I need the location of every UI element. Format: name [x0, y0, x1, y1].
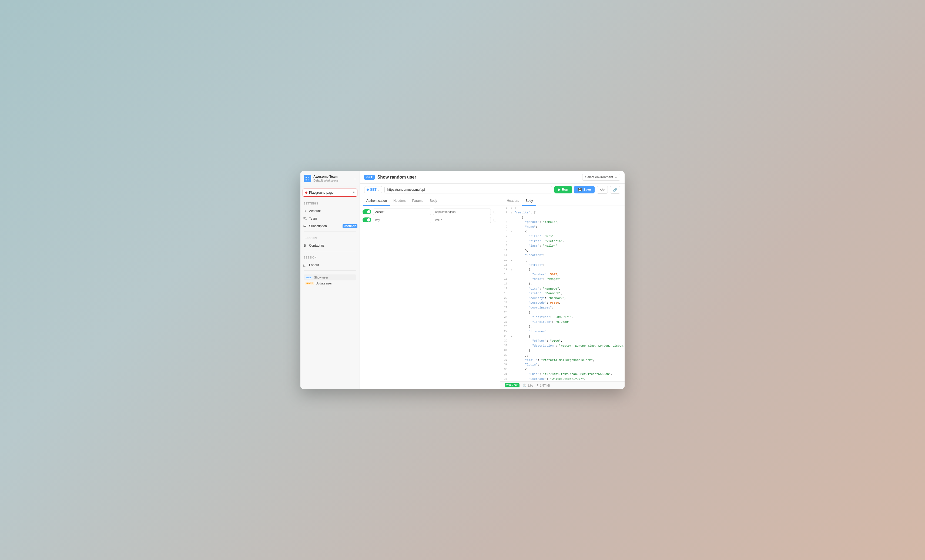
environment-selector[interactable]: Select environment ⌄ — [582, 174, 620, 181]
logout-icon: ⬚ — [303, 263, 307, 267]
workspace-header[interactable]: Awesome Team Default Workspace ⌄ — [300, 171, 360, 187]
sidebar-item-subscription[interactable]: 🏷 Subscription UPGRADE — [300, 222, 360, 230]
url-bar: GET ⌄ ▶ Run 💾 Save </> 🔗 — [360, 184, 625, 196]
code-line-16: 16 "name": "Vænget" — [500, 277, 625, 282]
code-line-15: 15 "number": 5027, — [500, 272, 625, 277]
header-delete-2[interactable]: ⊡ — [493, 217, 497, 222]
playground-label: Playground page — [309, 191, 351, 194]
method-chevron-icon: ⌄ — [378, 188, 380, 191]
link-button[interactable]: 🔗 — [610, 186, 620, 194]
sidebar-item-account[interactable]: ⊙ Account — [300, 207, 360, 215]
header-row-1: ⊡ — [363, 209, 497, 215]
svg-rect-2 — [306, 179, 307, 181]
account-label: Account — [309, 209, 321, 213]
header-delete-1[interactable]: ⊡ — [493, 209, 497, 214]
subscription-icon: 🏷 — [303, 224, 307, 228]
code-line-31: 31 } — [500, 348, 625, 353]
tab-headers[interactable]: Headers — [390, 196, 409, 206]
contact-label: Contact us — [309, 244, 324, 247]
response-tab-body[interactable]: Body — [522, 196, 536, 206]
code-line-5: 5 "name": — [500, 225, 625, 230]
code-line-24: 24 "latitude": "-39.3171", — [500, 315, 625, 320]
method-label: GET — [370, 188, 377, 191]
code-line-27: 27 "timezone": — [500, 329, 625, 334]
sidebar-item-team[interactable]: Team — [300, 215, 360, 222]
sidebar-item-logout[interactable]: ⬚ Logout — [300, 261, 360, 269]
playground-dot-icon — [305, 191, 307, 194]
code-line-12: 12 ∨ { — [500, 258, 625, 263]
contact-icon: ⊕ — [303, 243, 307, 248]
save-button[interactable]: 💾 Save — [574, 186, 595, 193]
code-line-2: 2 ∨ "results": [ — [500, 211, 625, 215]
code-area[interactable]: 1 ∨ { 2 ∨ "results": [ 3 { — [500, 206, 625, 382]
tab-authentication[interactable]: Authentication — [363, 196, 390, 206]
upgrade-badge[interactable]: UPGRADE — [342, 224, 357, 228]
header-value-2[interactable] — [433, 217, 491, 223]
svg-rect-1 — [308, 177, 309, 178]
response-tab-headers[interactable]: Headers — [503, 196, 522, 206]
code-line-10: 10 }, — [500, 248, 625, 253]
team-label: Team — [309, 217, 317, 220]
header-value-1[interactable] — [433, 209, 491, 215]
header-key-1[interactable] — [373, 209, 431, 215]
top-bar: GET Show random user Select environment … — [360, 171, 625, 184]
code-icon: </> — [600, 188, 605, 192]
workspace-subtitle: Default Workspace — [313, 179, 351, 182]
code-line-37: 37 "username": "whitebutterfly977", — [500, 377, 625, 382]
tab-body[interactable]: Body — [426, 196, 440, 206]
request-item-update-user[interactable]: POST Update user — [304, 280, 356, 286]
code-line-18: 18 "city": "Rønnede", — [500, 287, 625, 292]
app-window: Awesome Team Default Workspace ⌄ Playgro… — [300, 171, 625, 389]
response-panel: Headers Body 1 ∨ { 2 ∨ "results": [ — [500, 196, 625, 389]
main-content: GET Show random user Select environment … — [360, 171, 625, 389]
sidebar-item-contact[interactable]: ⊕ Contact us — [300, 242, 360, 249]
code-line-7: 7 "title": "Mrs", — [500, 234, 625, 239]
clock-icon: 🕐 — [523, 384, 527, 387]
svg-point-5 — [305, 217, 306, 218]
save-icon: 💾 — [578, 188, 582, 191]
code-line-22: 22 "coordinates": — [500, 306, 625, 310]
env-label: Select environment — [585, 175, 613, 179]
playground-page-item[interactable]: Playground page ↗ — [303, 188, 357, 197]
code-line-6: 6 ∨ { — [500, 229, 625, 234]
request-item-show-user[interactable]: GET Show user — [304, 274, 356, 280]
method-select[interactable]: GET ⌄ — [364, 186, 382, 193]
header-row-2: ⊡ — [363, 217, 497, 223]
play-icon: ▶ — [558, 188, 560, 191]
header-key-2[interactable] — [373, 217, 431, 223]
run-button[interactable]: ▶ Run — [554, 186, 572, 193]
logout-label: Logout — [309, 263, 319, 267]
code-line-33: 33 "email": "victoria.moller@example.com… — [500, 358, 625, 363]
code-line-34: 34 "login": — [500, 363, 625, 367]
method-dot-icon — [367, 188, 369, 191]
size-value: 1.57 kB — [540, 384, 550, 387]
save-label: Save — [583, 188, 591, 191]
chevron-down-icon: ⌄ — [354, 177, 356, 181]
session-section: Session — [300, 253, 360, 261]
request-update-user-label: Update user — [316, 282, 332, 285]
link-icon: 🔗 — [613, 188, 617, 192]
code-line-8: 8 "first": "Victoria", — [500, 239, 625, 244]
method-badge-get: GET — [364, 175, 375, 180]
size-icon: ⬆ — [536, 384, 539, 387]
code-line-36: 36 "uuid": "f9778fb1-fc9f-4bab-98ef-1fca… — [500, 372, 625, 377]
req-res-area: Authentication Headers Params Body ⊡ — [360, 196, 625, 389]
run-label: Run — [562, 188, 568, 191]
workspace-icon — [304, 175, 311, 182]
tab-params[interactable]: Params — [409, 196, 426, 206]
code-button[interactable]: </> — [597, 186, 608, 194]
workspace-name: Awesome Team — [313, 175, 351, 179]
requests-list: GET Show user POST Update user — [300, 272, 360, 289]
url-input[interactable] — [384, 186, 552, 193]
svg-rect-0 — [306, 177, 307, 178]
header-toggle-2[interactable] — [363, 217, 371, 222]
code-line-13: 13 "street": — [500, 263, 625, 268]
sidebar: Awesome Team Default Workspace ⌄ Playgro… — [300, 171, 360, 389]
code-line-14: 14 ∨ { — [500, 268, 625, 272]
code-line-1: 1 ∨ { — [500, 206, 625, 211]
code-line-28: 28 ∨ { — [500, 334, 625, 339]
settings-section: Settings — [300, 199, 360, 207]
code-line-21: 21 "postcode": 96586, — [500, 301, 625, 306]
divider — [304, 232, 356, 232]
header-toggle-1[interactable] — [363, 209, 371, 214]
